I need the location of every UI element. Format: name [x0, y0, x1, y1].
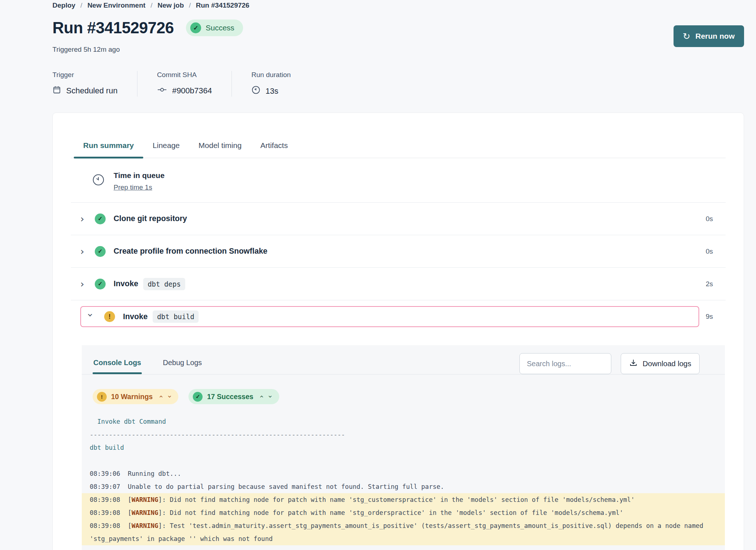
meta-trigger-value: Scheduled run	[66, 86, 118, 96]
chevron-right-icon[interactable]: ›	[80, 279, 88, 289]
tab-console-logs[interactable]: Console Logs	[93, 354, 142, 374]
tab-lineage[interactable]: Lineage	[143, 135, 189, 158]
step-command-chip: dbt build	[153, 310, 199, 323]
logs-panel: Console Logs Debug Logs Download logs	[82, 345, 725, 550]
success-check-icon: ✓	[190, 22, 201, 33]
logs-toolbar: Console Logs Debug Logs Download logs	[82, 345, 725, 374]
chevron-right-icon[interactable]: ›	[80, 214, 88, 224]
commit-icon	[157, 85, 167, 96]
queue-clock-icon	[92, 171, 105, 191]
success-check-icon: ✓	[95, 213, 106, 224]
tab-debug-logs[interactable]: Debug Logs	[162, 354, 203, 374]
chevron-up-icon[interactable]: ›	[157, 395, 165, 398]
run-meta-row: Trigger Scheduled run Commit SHA	[52, 71, 744, 97]
time-in-queue-section: Time in queue Prep time 1s	[71, 158, 726, 203]
chevron-up-icon[interactable]: ›	[257, 395, 265, 398]
selected-step-highlight[interactable]: › ! Invoke dbt build	[80, 306, 699, 327]
breadcrumb-run: Run #341529726	[196, 1, 250, 9]
page: Deploy / New Environment / New job / Run…	[0, 0, 756, 550]
warning-icon: !	[104, 311, 115, 322]
rerun-now-label: Rerun now	[696, 32, 735, 41]
breadcrumb-job[interactable]: New job	[157, 1, 184, 9]
clock-icon	[251, 85, 260, 97]
calendar-icon	[52, 85, 61, 96]
tab-artifacts[interactable]: Artifacts	[251, 135, 297, 158]
step-name: Clone git repository	[114, 214, 187, 223]
success-check-icon: ✓	[95, 246, 106, 257]
meta-commit-value[interactable]: #900b7364	[172, 86, 212, 96]
rerun-refresh-icon: ↻	[683, 31, 691, 42]
log-line-warning: 08:39:08[WARNING]: Test 'test.admin_matu…	[82, 519, 725, 545]
meta-trigger-label: Trigger	[52, 71, 118, 79]
breadcrumb-deploy[interactable]: Deploy	[52, 1, 75, 9]
step-name: Create profile from connection Snowflake	[114, 247, 267, 256]
chevron-right-icon[interactable]: ›	[80, 246, 88, 256]
meta-commit: Commit SHA #900b7364	[137, 71, 232, 97]
warnings-badge-label: 10 Warnings	[111, 393, 153, 401]
meta-duration-label: Run duration	[251, 71, 291, 79]
successes-badge[interactable]: ✓ 17 Successes › ›	[188, 389, 279, 404]
warnings-badge[interactable]: ! 10 Warnings › ›	[93, 389, 178, 404]
log-line: 08:39:06Running dbt...	[82, 467, 725, 480]
log-command: dbt build	[82, 441, 725, 454]
triggered-timestamp: Triggered 5h 12m ago	[52, 46, 744, 54]
step-duration: 2s	[706, 280, 713, 288]
run-summary-card: Run summary Lineage Model timing Artifac…	[52, 113, 744, 550]
log-line: 08:39:07Unable to do partial parsing bec…	[82, 480, 725, 493]
meta-duration: Run duration 13s	[232, 71, 310, 97]
log-line-warning: 08:39:08[WARNING]: Did not find matching…	[82, 506, 725, 519]
tab-model-timing[interactable]: Model timing	[189, 135, 251, 158]
successes-badge-label: 17 Successes	[207, 393, 253, 401]
log-blank-line	[82, 454, 725, 467]
success-check-icon: ✓	[95, 279, 106, 289]
log-separator: ----------------------------------------…	[82, 428, 725, 441]
run-tabs: Run summary Lineage Model timing Artifac…	[71, 135, 726, 158]
download-logs-label: Download logs	[643, 359, 691, 368]
download-logs-button[interactable]: Download logs	[621, 353, 700, 374]
meta-trigger: Trigger Scheduled run	[52, 71, 137, 97]
breadcrumb-environment[interactable]: New Environment	[88, 1, 145, 9]
chevron-down-icon[interactable]: ›	[267, 395, 275, 398]
step-row-create-profile[interactable]: › ✓ Create profile from connection Snowf…	[71, 235, 726, 268]
step-row-dbt-deps[interactable]: › ✓ Invoke dbt deps 2s	[71, 268, 726, 300]
chevron-down-icon[interactable]: ›	[166, 395, 174, 398]
step-command-chip: dbt deps	[143, 278, 185, 290]
step-duration: 0s	[706, 215, 713, 223]
breadcrumb-separator: /	[80, 1, 82, 9]
queue-title: Time in queue	[114, 171, 165, 180]
status-badge-label: Success	[205, 24, 234, 32]
log-command-header: Invoke dbt Command	[82, 415, 725, 428]
step-row-clone-git[interactable]: › ✓ Clone git repository 0s	[71, 203, 726, 235]
prep-time-link[interactable]: Prep time 1s	[114, 183, 152, 191]
step-name: Invoke	[123, 312, 148, 321]
download-icon	[629, 359, 638, 369]
warning-icon: !	[97, 392, 107, 402]
rerun-now-button[interactable]: ↻ Rerun now	[674, 25, 744, 47]
meta-commit-label: Commit SHA	[157, 71, 212, 79]
step-row-dbt-build[interactable]: › ! Invoke dbt build 9s	[71, 300, 726, 333]
success-check-icon: ✓	[193, 392, 203, 402]
page-title: Run #341529726	[52, 19, 174, 37]
meta-duration-value: 13s	[266, 86, 278, 96]
title-row: Run #341529726 ✓ Success ↻ Rerun now	[52, 19, 744, 37]
log-summary-badges: ! 10 Warnings › › ✓ 17 Successes › ›	[82, 375, 725, 404]
status-badge: ✓ Success	[186, 20, 243, 36]
console-log-output: Invoke dbt Command ---------------------…	[82, 415, 725, 545]
step-duration: 9s	[706, 313, 713, 321]
log-line-warning: 08:39:08[WARNING]: Did not find matching…	[82, 493, 725, 506]
tab-run-summary[interactable]: Run summary	[74, 135, 143, 158]
chevron-down-icon[interactable]: ›	[86, 313, 95, 320]
step-name: Invoke	[114, 279, 138, 288]
step-duration: 0s	[706, 248, 713, 255]
search-logs-input[interactable]	[519, 353, 611, 374]
breadcrumb: Deploy / New Environment / New job / Run…	[52, 1, 744, 9]
breadcrumb-separator: /	[150, 1, 152, 9]
breadcrumb-separator: /	[189, 1, 191, 9]
